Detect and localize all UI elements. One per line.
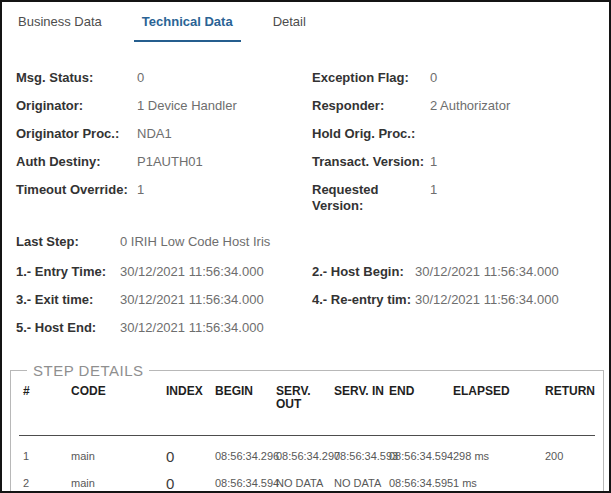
field-originator-proc: Originator Proc.: NDA1: [16, 126, 312, 142]
field-value: 2 Authorizator: [430, 98, 510, 114]
field-last-step: Last Step: 0 IRIH Low Code Host Iris: [16, 234, 609, 250]
tab-bar: Business Data Technical Data Detail: [2, 2, 609, 42]
tab-detail[interactable]: Detail: [265, 2, 314, 42]
cell-serv-in: NO DATA: [334, 477, 389, 490]
field-value: 30/12/2021 11:56:34.000: [120, 292, 264, 308]
cell-index: 0: [166, 450, 215, 463]
field-value: 1 Device Handler: [137, 98, 237, 114]
column-header-number: #: [19, 385, 71, 411]
timestamps-right-column: 2.- Host Begin: 30/12/2021 11:56:34.000 …: [312, 264, 609, 348]
field-requested-version: Requested Version: 1: [312, 182, 609, 214]
field-re-entry-time: 4.- Re-entry tim: 30/12/2021 11:56:34.00…: [312, 292, 609, 308]
transaction-detail-window: Business Data Technical Data Detail Msg.…: [0, 0, 611, 493]
field-label: Hold Orig. Proc.:: [312, 126, 430, 142]
field-value: 30/12/2021 11:56:34.000: [415, 264, 559, 280]
column-header-serv-in: SERV. IN: [334, 385, 389, 411]
cell-end: 08:56:34.595: [389, 477, 453, 490]
field-label: Timeout Override:: [16, 182, 137, 198]
tab-technical-data[interactable]: Technical Data: [134, 2, 241, 42]
column-header-serv-out: SERV. OUT: [276, 385, 334, 411]
column-header-elapsed: ELAPSED: [453, 385, 545, 411]
tab-business-data[interactable]: Business Data: [10, 2, 110, 42]
field-label: Auth Destiny:: [16, 154, 137, 170]
timestamps-left-column: 1.- Entry Time: 30/12/2021 11:56:34.000 …: [16, 264, 312, 348]
cell-code: main: [71, 477, 166, 490]
field-exception-flag: Exception Flag: 0: [312, 70, 609, 86]
column-header-begin: BEGIN: [215, 385, 276, 411]
cell-elapsed: 1 ms: [453, 477, 545, 490]
timestamps-grid: 1.- Entry Time: 30/12/2021 11:56:34.000 …: [16, 264, 609, 348]
cell-return: [545, 477, 595, 490]
field-label: Originator:: [16, 98, 137, 114]
field-value: 1: [430, 154, 437, 170]
field-label: Transact. Version:: [312, 154, 430, 170]
field-value: 30/12/2021 11:56:34.000: [415, 292, 559, 308]
field-value: 1: [430, 182, 437, 198]
field-host-end: 5.- Host End: 30/12/2021 11:56:34.000: [16, 320, 312, 336]
technical-data-panel: Msg. Status: 0 Originator: 1 Device Hand…: [2, 70, 609, 348]
field-label: Originator Proc.:: [16, 126, 137, 142]
step-details-title: STEP DETAILS: [27, 362, 149, 379]
cell-return: 200: [545, 450, 595, 463]
cell-index: 0: [166, 477, 215, 490]
field-timeout-override: Timeout Override: 1: [16, 182, 312, 198]
field-label: Msg. Status:: [16, 70, 137, 86]
field-value: P1AUTH01: [137, 154, 203, 170]
field-value: NDA1: [137, 126, 172, 142]
cell-elapsed: 298 ms: [453, 450, 545, 463]
field-entry-time: 1.- Entry Time: 30/12/2021 11:56:34.000: [16, 264, 312, 280]
field-auth-destiny: Auth Destiny: P1AUTH01: [16, 154, 312, 170]
field-label: 4.- Re-entry tim:: [312, 292, 415, 308]
fields-grid: Msg. Status: 0 Originator: 1 Device Hand…: [16, 70, 609, 226]
field-value: 30/12/2021 11:56:34.000: [120, 320, 264, 336]
cell-serv-out: 08:56:34.297: [276, 450, 334, 463]
field-hold-orig-proc: Hold Orig. Proc.:: [312, 126, 609, 142]
field-msg-status: Msg. Status: 0: [16, 70, 312, 86]
cell-begin: 08:56:34.594: [215, 477, 276, 490]
cell-serv-in: 08:56:34.593: [334, 450, 389, 463]
field-transact-version: Transact. Version: 1: [312, 154, 609, 170]
table-row: 2 main 0 08:56:34.594 NO DATA NO DATA 08…: [19, 463, 595, 490]
field-label: 5.- Host End:: [16, 320, 120, 336]
field-value: 0: [430, 70, 437, 86]
step-details-section: STEP DETAILS # CODE INDEX BEGIN SERV. OU…: [10, 362, 604, 493]
cell-end: 08:56:34.594: [389, 450, 453, 463]
field-label: Exception Flag:: [312, 70, 430, 86]
column-header-code: CODE: [71, 385, 166, 411]
column-header-end: END: [389, 385, 453, 411]
field-label: 1.- Entry Time:: [16, 264, 120, 280]
field-label: 2.- Host Begin:: [312, 264, 415, 280]
table-row: 1 main 0 08:56:34.296 08:56:34.297 08:56…: [19, 436, 595, 463]
field-responder: Responder: 2 Authorizator: [312, 98, 609, 114]
field-label: 3.- Exit time:: [16, 292, 120, 308]
field-value: 0: [137, 70, 144, 86]
cell-begin: 08:56:34.296: [215, 450, 276, 463]
step-details-header-row: # CODE INDEX BEGIN SERV. OUT SERV. IN EN…: [19, 385, 595, 436]
cell-serv-out: NO DATA: [276, 477, 334, 490]
column-header-index: INDEX: [166, 385, 215, 411]
field-label: Responder:: [312, 98, 430, 114]
field-label: Requested Version:: [312, 182, 430, 214]
field-label: Last Step:: [16, 234, 120, 250]
fields-right-column: Exception Flag: 0 Responder: 2 Authoriza…: [312, 70, 609, 226]
field-originator: Originator: 1 Device Handler: [16, 98, 312, 114]
field-value: 0 IRIH Low Code Host Iris: [120, 234, 270, 250]
fields-left-column: Msg. Status: 0 Originator: 1 Device Hand…: [16, 70, 312, 226]
field-exit-time: 3.- Exit time: 30/12/2021 11:56:34.000: [16, 292, 312, 308]
column-header-return: RETURN: [545, 385, 595, 411]
cell-number: 1: [19, 450, 71, 463]
field-value: 1: [137, 182, 144, 198]
cell-code: main: [71, 450, 166, 463]
field-host-begin: 2.- Host Begin: 30/12/2021 11:56:34.000: [312, 264, 609, 280]
cell-number: 2: [19, 477, 71, 490]
field-value: 30/12/2021 11:56:34.000: [120, 264, 264, 280]
